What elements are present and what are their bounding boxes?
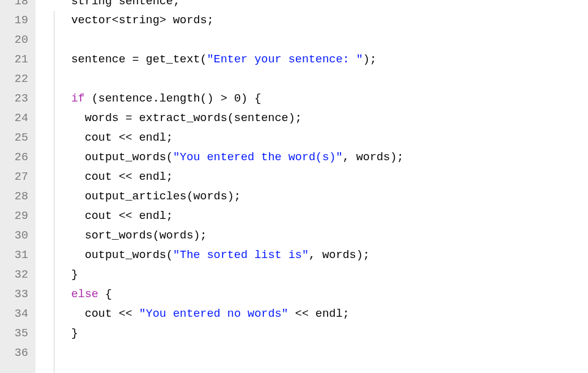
token: , words); — [343, 151, 404, 164]
code-line[interactable]: string sentence; — [44, 0, 588, 11]
token: < — [112, 14, 119, 27]
token: sort_words(words); — [85, 229, 207, 242]
token-string: "You entered no words" — [139, 308, 288, 320]
indent — [44, 112, 85, 125]
line-number: 27 — [4, 168, 28, 187]
indent — [44, 210, 85, 223]
code-line[interactable]: sentence = get_text("Enter your sentence… — [44, 50, 588, 70]
code-line[interactable]: output_articles(words); — [44, 187, 588, 207]
indent-guide — [54, 11, 54, 373]
code-line[interactable]: vector<string> words; — [44, 11, 588, 31]
indent — [44, 268, 71, 281]
indent — [44, 171, 85, 183]
code-line[interactable]: if (sentence.length() > 0) { — [44, 89, 588, 109]
token-string: "You entered the word(s)" — [173, 151, 343, 164]
indent — [44, 229, 85, 242]
token-keyword: if — [71, 92, 84, 105]
line-number-gutter: 18 19 20 21 22 23 24 25 26 27 28 29 30 3… — [0, 0, 35, 373]
indent — [44, 131, 85, 144]
line-number: 21 — [4, 50, 28, 70]
line-number: 33 — [4, 285, 28, 305]
code-editor[interactable]: string sentence; vector<string> words; s… — [35, 0, 588, 373]
line-number: 31 — [4, 246, 28, 265]
token-type: vector — [71, 14, 112, 27]
token-string: "The sorted list is" — [173, 249, 309, 262]
code-line[interactable]: else { — [44, 285, 588, 305]
code-line[interactable] — [44, 31, 588, 50]
line-number: 26 — [4, 148, 28, 168]
code-line[interactable]: } — [44, 324, 588, 344]
line-number: 20 — [4, 31, 28, 50]
line-number: 28 — [4, 187, 28, 207]
code-line[interactable]: cout << endl; — [44, 168, 588, 187]
indent — [44, 151, 85, 164]
token: } — [71, 268, 78, 281]
indent — [44, 92, 71, 105]
code-line[interactable] — [44, 70, 588, 89]
code-line[interactable]: words = extract_words(sentence); — [44, 109, 588, 128]
token: > words; — [160, 14, 214, 27]
token: (sentence.length() > 0) { — [85, 92, 262, 105]
line-number: 25 — [4, 128, 28, 148]
line-number: 22 — [4, 70, 28, 89]
line-number: 24 — [4, 109, 28, 128]
indent — [44, 308, 85, 320]
token: sentence; — [112, 0, 180, 8]
code-line[interactable]: output_words("You entered the word(s)", … — [44, 148, 588, 168]
token: { — [98, 288, 112, 301]
token: , words); — [309, 249, 370, 262]
code-line[interactable]: sort_words(words); — [44, 226, 588, 246]
indent — [44, 249, 85, 262]
line-number: 35 — [4, 324, 28, 344]
token-type: string — [71, 0, 112, 8]
line-number: 29 — [4, 207, 28, 226]
token-keyword: else — [71, 288, 98, 301]
token: cout << endl; — [85, 171, 173, 183]
token: output_words( — [85, 151, 173, 164]
code-line[interactable]: output_words("The sorted list is", words… — [44, 246, 588, 265]
line-number: 18 — [4, 0, 28, 11]
token: cout << — [85, 308, 139, 320]
token: output_words( — [85, 249, 173, 262]
line-number: 30 — [4, 226, 28, 246]
line-number: 23 — [4, 89, 28, 109]
code-line[interactable]: cout << endl; — [44, 207, 588, 226]
indent — [44, 14, 71, 27]
token: output_articles(words); — [85, 190, 241, 203]
line-number: 32 — [4, 265, 28, 285]
token: cout << endl; — [85, 210, 173, 223]
line-number: 19 — [4, 11, 28, 31]
token: sentence = get_text( — [71, 53, 207, 66]
indent — [44, 288, 71, 301]
token: cout << endl; — [85, 131, 173, 144]
indent — [44, 327, 71, 340]
code-line[interactable] — [44, 344, 588, 363]
indent — [44, 53, 71, 66]
token: ); — [363, 53, 377, 66]
indent — [44, 0, 71, 8]
code-line[interactable]: cout << "You entered no words" << endl; — [44, 305, 588, 324]
indent — [44, 190, 85, 203]
token: << endl; — [288, 308, 350, 320]
token: } — [71, 327, 78, 340]
code-line[interactable]: } — [44, 265, 588, 285]
line-number: 34 — [4, 305, 28, 324]
line-number: 36 — [4, 344, 28, 363]
token-type: string — [119, 14, 160, 27]
token-string: "Enter your sentence: " — [207, 53, 362, 66]
token: words = extract_words(sentence); — [85, 112, 302, 125]
code-line[interactable]: cout << endl; — [44, 128, 588, 148]
